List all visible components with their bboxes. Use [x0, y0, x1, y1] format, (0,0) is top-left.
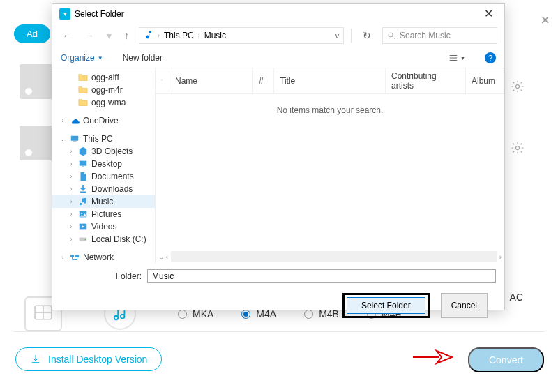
nav-row: ← → ▾ ↑ › This PC › Music v ↻ Search Mus…	[52, 23, 504, 48]
tree-item[interactable]: ›Pictures	[52, 208, 155, 220]
svg-rect-21	[75, 255, 79, 258]
convert-button[interactable]: Convert	[468, 347, 544, 372]
tree-item[interactable]: ogg-aiff	[52, 71, 155, 84]
music-icon	[144, 30, 153, 42]
folder-input-row: Folder:	[52, 264, 504, 289]
file-list: ˆ Name # Title Contributing artists Albu…	[156, 68, 504, 264]
svg-rect-11	[71, 136, 79, 141]
svg-point-19	[85, 239, 86, 240]
arrow-annotation	[412, 349, 453, 368]
search-input[interactable]: Search Music	[382, 27, 497, 44]
tree-item[interactable]: ogg-m4r	[52, 84, 155, 96]
col-name[interactable]: Name	[169, 68, 253, 93]
tree-item-network[interactable]: ›Network	[52, 251, 155, 264]
tree-item[interactable]: ›3D Objects	[52, 145, 155, 158]
svg-line-7	[393, 37, 395, 39]
col-album[interactable]: Album	[466, 68, 504, 93]
chevron-right-icon: ›	[198, 32, 200, 39]
dialog-buttons: Select Folder Cancel	[52, 289, 504, 325]
svg-point-0	[516, 85, 520, 89]
folder-label: Folder:	[116, 271, 142, 281]
col-date[interactable]: ˆ	[156, 68, 169, 93]
gear-icon[interactable]	[511, 141, 525, 158]
tree-item-thispc[interactable]: ⌄This PC	[52, 133, 155, 145]
divider	[14, 331, 544, 332]
install-label: Install Desktop Version	[48, 354, 147, 365]
install-desktop-button[interactable]: Install Desktop Version	[15, 347, 162, 371]
breadcrumb-item[interactable]: This PC	[164, 31, 194, 40]
cancel-button[interactable]: Cancel	[441, 293, 488, 318]
svg-rect-14	[82, 167, 84, 167]
svg-point-6	[389, 33, 393, 37]
svg-point-1	[516, 146, 520, 150]
app-logo-icon: ▾	[59, 8, 70, 20]
col-title[interactable]: Title	[274, 68, 386, 93]
svg-rect-20	[70, 255, 74, 258]
new-folder-button[interactable]: New folder	[123, 53, 163, 63]
chevron-right-icon: ›	[158, 32, 160, 39]
col-number[interactable]: #	[253, 68, 274, 93]
svg-point-16	[81, 213, 82, 214]
select-folder-button[interactable]: Select Folder	[347, 297, 425, 314]
svg-rect-13	[80, 161, 87, 166]
column-headers[interactable]: ˆ Name # Title Contributing artists Albu…	[156, 68, 504, 94]
dialog-titlebar: ▾ Select Folder ✕	[52, 4, 504, 23]
svg-rect-12	[73, 142, 76, 142]
organize-menu[interactable]: Organize▼	[61, 53, 103, 63]
tree-item[interactable]: ›Desktop	[52, 158, 155, 170]
recent-dropdown[interactable]: ▾	[104, 29, 114, 43]
view-options-button[interactable]: ▼	[448, 53, 465, 63]
close-icon[interactable]: ✕	[480, 7, 497, 20]
close-panel-icon[interactable]: ×	[541, 11, 550, 29]
tree-item[interactable]: ogg-wma	[52, 96, 155, 109]
back-button[interactable]: ←	[59, 29, 75, 43]
tree-item[interactable]: ›Local Disk (C:)	[52, 233, 155, 246]
col-artists[interactable]: Contributing artists	[386, 68, 466, 93]
up-button[interactable]: ↑	[121, 29, 132, 43]
help-icon[interactable]: ?	[485, 52, 496, 63]
folder-name-input[interactable]	[147, 269, 496, 283]
tree-item[interactable]: ›Downloads	[52, 183, 155, 195]
gear-icon[interactable]	[511, 80, 525, 96]
select-folder-dialog: ▾ Select Folder ✕ ← → ▾ ↑ › This PC › Mu…	[52, 3, 505, 310]
breadcrumb[interactable]: › This PC › Music v	[139, 27, 344, 44]
empty-message: No items match your search.	[156, 94, 504, 126]
horizontal-scrollbar[interactable]: ⌄ ‹›	[156, 250, 504, 264]
tree-item[interactable]: ›Music	[52, 195, 155, 208]
dialog-title: Select Folder	[75, 9, 124, 19]
breadcrumb-item[interactable]: Music	[204, 31, 226, 40]
add-button[interactable]: Ad	[14, 24, 50, 43]
select-folder-highlight: Select Folder	[342, 293, 430, 318]
search-placeholder: Search Music	[400, 31, 451, 40]
chevron-down-icon: ▼	[98, 55, 103, 61]
tree-item[interactable]: ›Documents	[52, 170, 155, 183]
refresh-icon[interactable]: ↻	[359, 29, 375, 43]
chevron-down-icon[interactable]: v	[335, 32, 339, 40]
folder-tree[interactable]: ogg-aiff ogg-m4r ogg-wma ›OneDrive ⌄This…	[52, 68, 156, 264]
forward-button[interactable]: →	[82, 29, 97, 43]
tree-item-onedrive[interactable]: ›OneDrive	[52, 114, 155, 127]
tree-item[interactable]: ›Videos	[52, 220, 155, 233]
toolbar: Organize▼ New folder ▼ ?	[52, 48, 504, 68]
